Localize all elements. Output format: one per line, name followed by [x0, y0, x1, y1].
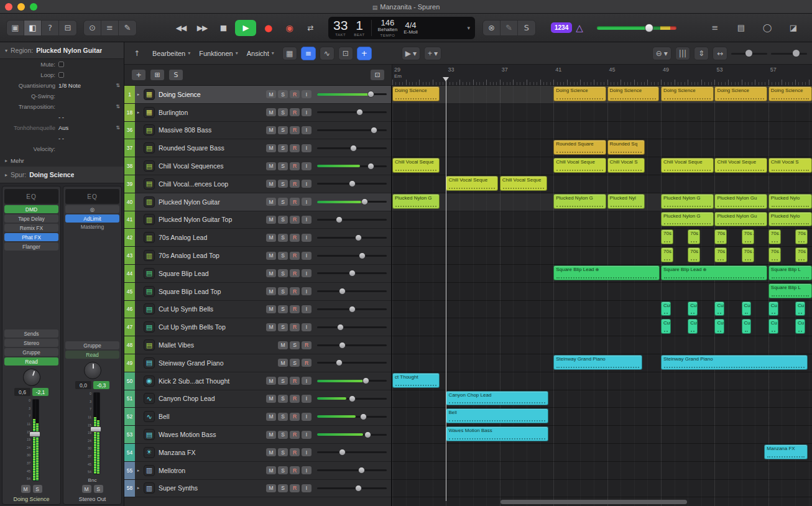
track-row[interactable]: 38▤Chill Vocal SequencesMSRI [124, 157, 391, 175]
track-number[interactable]: 18 [124, 104, 135, 121]
track-r-button[interactable]: R [290, 144, 300, 152]
track-row[interactable]: 1▸▦Doing ScienceMSRI [124, 86, 391, 104]
track-s-button[interactable]: S [278, 90, 288, 98]
region[interactable]: Chill Vocal Seque [446, 176, 498, 191]
region[interactable]: Rounded Square [553, 140, 606, 155]
track-number[interactable]: 38 [124, 157, 135, 175]
lcd-display[interactable]: 33TAKT 1BEAT 146BehaltenTEMPO 4/4E-Moll … [328, 17, 475, 39]
audio-fx-slot[interactable]: AdLimit [65, 214, 119, 223]
slider-knob[interactable] [349, 306, 356, 313]
track-i-button[interactable]: I [302, 305, 311, 313]
track-number[interactable]: 58 [124, 480, 135, 497]
capture-recording-button[interactable]: ◉ [280, 20, 298, 36]
checkbox[interactable] [58, 62, 64, 67]
slider-knob[interactable] [350, 145, 357, 152]
fader-handle[interactable] [90, 426, 101, 432]
track-i-button[interactable]: I [302, 287, 311, 295]
checkbox[interactable] [58, 72, 64, 78]
strip-solo-button[interactable]: S [94, 485, 103, 493]
smart-controls-button[interactable]: ⊙ [84, 21, 101, 35]
track-i-button[interactable]: I [302, 448, 311, 456]
track-number[interactable]: 43 [124, 247, 135, 264]
track-volume-slider[interactable] [317, 108, 387, 116]
stepper-icon[interactable]: ⇅ [116, 83, 120, 88]
track-r-button[interactable]: R [290, 216, 300, 224]
track-volume-slider[interactable] [317, 144, 387, 152]
record-button[interactable]: ● [259, 20, 277, 36]
mixer-button[interactable]: ≡ [101, 21, 119, 35]
track-number[interactable]: 55 [124, 462, 135, 479]
editors-pencil-button[interactable]: ✎ [119, 21, 136, 35]
region[interactable]: Manzana FX [764, 444, 808, 459]
more-disclosure[interactable]: ▸ Mehr [0, 154, 124, 167]
track-s-button[interactable]: S [278, 216, 288, 224]
group-slot[interactable]: Gruppe [65, 341, 119, 349]
menu-funktionen[interactable]: Funktionen▾ [195, 47, 242, 60]
region[interactable]: Cut [661, 319, 671, 334]
track-i-button[interactable]: I [302, 234, 311, 242]
slider-knob[interactable] [349, 395, 356, 402]
track-row[interactable]: 55▸▥MellotronMSRI [124, 462, 391, 480]
region[interactable]: 70s [795, 247, 808, 262]
help-button[interactable]: ? [42, 21, 59, 35]
track-r-button[interactable]: R [290, 198, 300, 206]
region[interactable]: Canyon Chop Lead [446, 391, 548, 406]
slider-knob[interactable] [367, 91, 374, 98]
slider-knob[interactable] [339, 449, 346, 456]
add-track-button[interactable]: + [132, 70, 145, 80]
lcd-tempo[interactable]: 146BehaltenTEMPO [378, 19, 398, 37]
track-row[interactable]: 49▤Steinway Grand PianoMSR [124, 354, 391, 372]
track-row[interactable]: 37▤Rounded Square BassMSRI [124, 139, 391, 157]
track-number[interactable]: 44 [124, 265, 135, 282]
track-s-button[interactable]: S [278, 323, 288, 331]
track-r-button[interactable]: R [290, 466, 300, 474]
region[interactable]: Cut [714, 319, 724, 334]
track-number[interactable]: 48 [124, 336, 135, 354]
track-row[interactable]: 52∿BellMSRI [124, 408, 391, 426]
region[interactable]: Plucked Nylon Gu [714, 194, 767, 209]
track-row[interactable]: 54☀Manzana FXMSRI [124, 444, 391, 462]
track-m-button[interactable]: M [266, 162, 276, 170]
track-r-button[interactable]: R [290, 448, 300, 456]
slider-knob[interactable] [339, 288, 346, 295]
track-m-button[interactable]: M [266, 323, 276, 331]
track-m-button[interactable]: M [266, 252, 276, 260]
slider-knob[interactable] [358, 467, 365, 474]
track-s-button[interactable]: S [278, 162, 288, 170]
track-i-button[interactable]: I [302, 90, 311, 98]
vertical-zoom-slider[interactable] [731, 48, 767, 59]
flex-button[interactable]: ⊡ [338, 47, 353, 60]
region[interactable]: Plucked Nyl [607, 194, 645, 209]
track-volume-slider[interactable] [317, 126, 387, 134]
horizontal-zoom-button[interactable]: ↔ [713, 47, 727, 60]
audio-fx-slot[interactable]: Flanger [4, 242, 58, 251]
track-r-button[interactable]: R [290, 252, 300, 260]
slider-knob[interactable] [364, 431, 371, 438]
track-s-button[interactable]: S [278, 198, 288, 206]
track-i-button[interactable]: I [302, 395, 311, 403]
master-volume-knob[interactable] [645, 24, 653, 32]
track-s-button[interactable]: S [278, 395, 288, 403]
track-s-button[interactable]: S [278, 252, 288, 260]
track-s-button[interactable]: S [278, 484, 288, 492]
catch-playhead-button[interactable]: ↑ [129, 47, 144, 60]
eq-display[interactable]: EQ [4, 189, 58, 204]
track-number[interactable]: 50 [124, 372, 135, 390]
track-r-button[interactable]: R [290, 323, 300, 331]
track-m-button[interactable]: M [266, 287, 276, 295]
track-m-button[interactable]: M [266, 269, 276, 277]
track-s-button[interactable]: S [278, 180, 288, 188]
track-r-button[interactable]: R [290, 269, 300, 277]
lcd-chevron-icon[interactable]: ▾ [467, 25, 470, 31]
region[interactable]: Steinway Grand Piano [553, 355, 642, 370]
audio-fx-slot[interactable]: Tape Delay [4, 214, 58, 223]
track-i-button[interactable]: I [302, 216, 311, 224]
track-volume-slider[interactable] [317, 448, 387, 456]
track-volume-slider[interactable] [317, 234, 387, 242]
track-r-button[interactable]: R [290, 90, 300, 98]
grid-view-button[interactable]: ▦ [282, 47, 297, 60]
track-s-button[interactable]: S [278, 448, 288, 456]
track-row[interactable]: 45▤Square Blip Lead TopMSRI [124, 283, 391, 301]
track-number[interactable]: 36 [124, 122, 135, 139]
region[interactable]: Bell [446, 408, 548, 423]
